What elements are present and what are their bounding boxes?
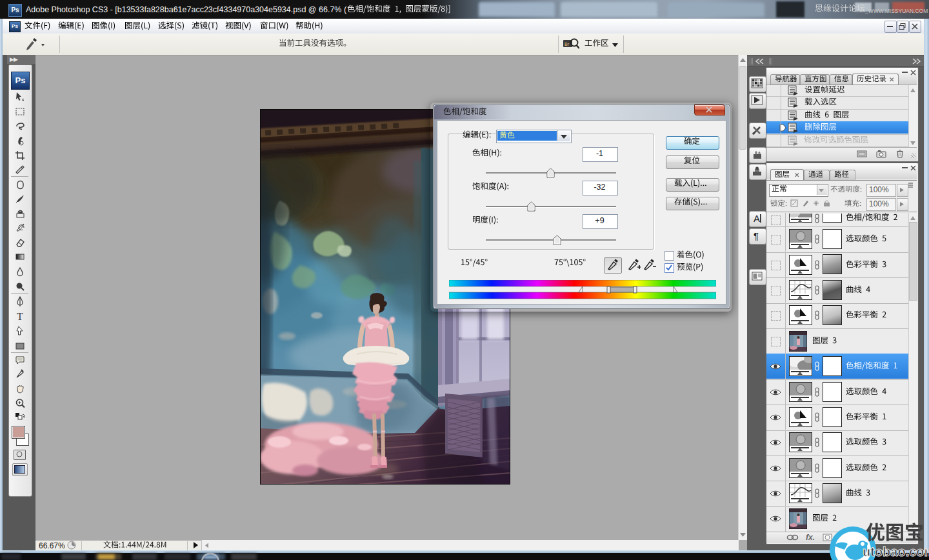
svg-text:¶: ¶ bbox=[754, 230, 759, 241]
svg-text:A: A bbox=[754, 213, 760, 224]
